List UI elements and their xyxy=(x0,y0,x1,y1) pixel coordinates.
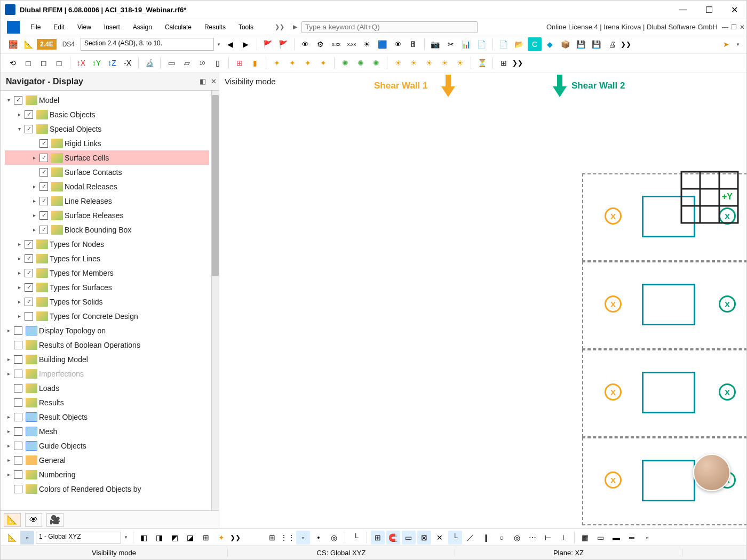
show-dash-icon[interactable]: x.xx xyxy=(345,37,359,51)
checkbox[interactable]: ✓ xyxy=(14,384,22,393)
tree-item[interactable]: ▸✓Nodal Releases xyxy=(5,179,209,194)
menu-tools[interactable]: Tools xyxy=(232,21,260,33)
cube3-icon[interactable]: ◻ xyxy=(52,56,66,70)
tool-column-icon[interactable]: 📐 xyxy=(21,37,35,51)
mdi-minimize-button[interactable]: — xyxy=(721,23,729,31)
expand-icon[interactable]: ▸ xyxy=(5,443,12,449)
tree-item[interactable]: ▸✓Result Objects xyxy=(5,410,209,424)
pointer-dropdown-icon[interactable]: ▼ xyxy=(735,42,741,47)
tree-item[interactable]: ▸✓Types for Lines xyxy=(5,251,209,266)
sun3-icon[interactable]: ☀ xyxy=(422,56,436,70)
checkbox[interactable]: ✓ xyxy=(39,197,48,205)
navigator-tree[interactable]: ▾✓Model▸✓Basic Objects▾✓Special Objects✓… xyxy=(1,91,211,510)
tree-item[interactable]: ✓Loads xyxy=(5,381,209,395)
tree-item[interactable]: ▸✓Building Model xyxy=(5,352,209,366)
render1-icon[interactable]: ▦ xyxy=(578,531,592,545)
spark2-icon[interactable]: ✺ xyxy=(354,56,368,70)
tree-item[interactable]: ▾✓Special Objects xyxy=(5,122,209,136)
checkbox[interactable]: ✓ xyxy=(39,211,48,220)
plane-icon[interactable]: ▱ xyxy=(180,56,194,70)
menu-file[interactable]: File xyxy=(24,21,47,33)
expand-icon[interactable]: ▾ xyxy=(15,126,23,132)
osnap-dots-icon[interactable]: ⋮⋮ xyxy=(281,531,295,545)
checkbox[interactable]: ✓ xyxy=(14,442,22,450)
expand-icon[interactable]: ▸ xyxy=(5,414,12,420)
ruler-icon[interactable]: 10 xyxy=(195,56,209,70)
checkbox[interactable]: ✓ xyxy=(25,125,33,133)
checkbox[interactable]: ✓ xyxy=(14,341,22,349)
star1-icon[interactable]: ✦ xyxy=(270,56,284,70)
tree-item[interactable]: ▸✓Surface Cells xyxy=(5,150,209,165)
menu-insert[interactable]: Insert xyxy=(98,21,126,33)
close-button[interactable]: ✕ xyxy=(727,4,742,16)
tree-item[interactable]: ▸✓Basic Objects xyxy=(5,107,209,122)
tree-item[interactable]: ▾✓Model xyxy=(5,93,209,107)
snap-perp-icon[interactable]: ⊥ xyxy=(557,531,570,545)
snap3-icon[interactable]: ◩ xyxy=(168,531,182,545)
expand-icon[interactable]: ▾ xyxy=(5,97,12,103)
tree-item[interactable]: ▸✓General xyxy=(5,453,209,467)
tree-item[interactable]: ▸✓Numbering xyxy=(5,467,209,482)
tool-wall-icon[interactable]: 🧱 xyxy=(6,37,20,51)
saveas-icon[interactable]: 💾 xyxy=(590,37,603,51)
snap-star-icon[interactable]: ✦ xyxy=(214,531,228,545)
tree-item[interactable]: ✓Rigid Links xyxy=(5,136,209,150)
osnap-box-icon[interactable]: ▫ xyxy=(296,531,310,545)
expand-icon[interactable]: ▸ xyxy=(15,241,23,247)
expand-icon[interactable]: ▸ xyxy=(5,471,12,477)
new-icon[interactable]: 📄 xyxy=(497,37,511,51)
orientation-cube[interactable]: +Y xyxy=(680,171,739,229)
save-icon[interactable]: 💾 xyxy=(574,37,588,51)
axis-x-icon[interactable]: ↕X xyxy=(74,56,88,70)
checkbox[interactable]: ✓ xyxy=(14,355,22,364)
render5-icon[interactable]: ▫ xyxy=(640,531,654,545)
microscope-icon[interactable]: 🔬 xyxy=(142,56,156,70)
expand-icon[interactable]: ▸ xyxy=(5,428,12,434)
star3-icon[interactable]: ✦ xyxy=(301,56,315,70)
navigator-scrollbar[interactable] xyxy=(211,91,219,510)
spark1-icon[interactable]: ✺ xyxy=(338,56,352,70)
tree-item[interactable]: ✓Results xyxy=(5,395,209,410)
expand-icon[interactable]: ▸ xyxy=(30,183,38,189)
menu-assign[interactable]: Assign xyxy=(126,21,158,33)
tree-item[interactable]: ▸✓Types for Concrete Design xyxy=(5,309,209,323)
tree-item[interactable]: ▸✓Surface Releases xyxy=(5,208,209,222)
star4-icon[interactable]: ✦ xyxy=(316,56,330,70)
navigator-close-button[interactable]: ✕ xyxy=(208,77,219,85)
box-icon[interactable]: 📦 xyxy=(559,37,573,51)
osnap-target-icon[interactable]: ◎ xyxy=(327,531,341,545)
checkbox[interactable]: ✓ xyxy=(39,139,48,148)
slider-icon[interactable]: 🎚 xyxy=(407,37,420,51)
cube2-icon[interactable]: ◻ xyxy=(37,56,51,70)
checkbox[interactable]: ✓ xyxy=(25,269,33,277)
menu-calc[interactable]: Calculate xyxy=(158,21,198,33)
mdi-restore-button[interactable]: ❐ xyxy=(729,23,738,31)
checkbox[interactable]: ✓ xyxy=(25,298,33,306)
flag-delete-icon[interactable]: 🚩 xyxy=(261,37,275,51)
pointer-icon[interactable]: ➤ xyxy=(719,37,733,51)
snap-dots2-icon[interactable]: ⋯ xyxy=(526,531,539,545)
tree-item[interactable]: ▸✓Display Topology on xyxy=(5,323,209,338)
open-icon[interactable]: 📂 xyxy=(512,37,526,51)
nav-prev-button[interactable]: ◀ xyxy=(224,37,237,51)
expand-icon[interactable]: ▸ xyxy=(15,255,23,261)
tree-item[interactable]: ✓Results of Boolean Operations xyxy=(5,338,209,352)
navigator-dock-button[interactable]: ◧ xyxy=(197,77,208,85)
wall-icon[interactable]: ▯ xyxy=(211,56,225,70)
axis-neg-x-icon[interactable]: -X xyxy=(121,56,134,70)
snap-line-icon[interactable]: ／ xyxy=(464,531,478,545)
snap-ring-icon[interactable]: ◎ xyxy=(510,531,524,545)
expand-icon[interactable]: ▸ xyxy=(30,227,38,233)
sun4-icon[interactable]: ☀ xyxy=(438,56,451,70)
print-icon[interactable]: 🖨 xyxy=(605,37,619,51)
render3-icon[interactable]: ▬ xyxy=(609,531,623,545)
axis-z-icon[interactable]: ↕Z xyxy=(105,56,119,70)
show-xxx-icon[interactable]: x.xx xyxy=(329,37,343,51)
expand-icon[interactable]: ▸ xyxy=(5,371,12,377)
sun1-icon[interactable]: ☀ xyxy=(391,56,405,70)
expand-icon[interactable]: ▸ xyxy=(30,198,38,204)
report-icon[interactable]: 📄 xyxy=(475,37,489,51)
assistant-avatar[interactable] xyxy=(693,454,730,491)
snap1-icon[interactable]: ◧ xyxy=(137,531,151,545)
checkbox[interactable]: ✓ xyxy=(14,427,22,436)
